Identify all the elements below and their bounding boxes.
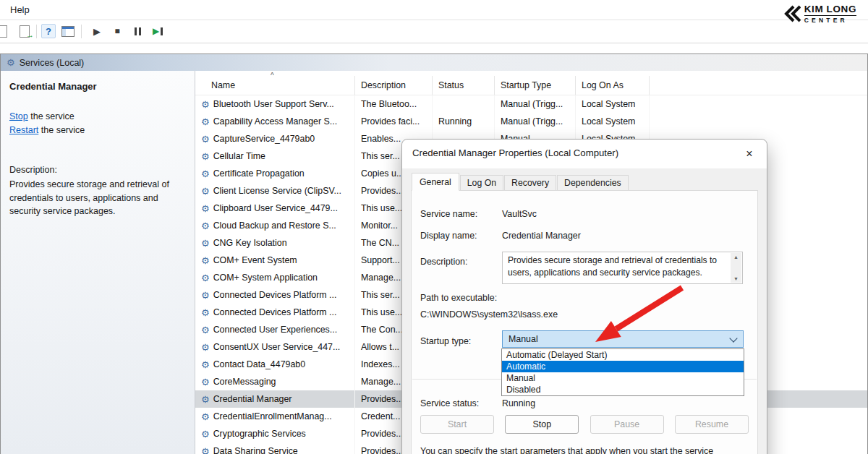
service-gear-icon	[201, 256, 210, 265]
service-gear-icon	[201, 117, 210, 127]
description-label: Description:	[9, 165, 57, 175]
dialog-tabs: General Log On Recovery Dependencies	[412, 173, 629, 190]
stop-service-suffix: the service	[30, 111, 74, 121]
startup-type-dropdown: Automatic (Delayed Start) Automatic Manu…	[501, 348, 744, 396]
close-icon[interactable]: ×	[741, 145, 758, 163]
menu-item-help[interactable]: Help	[10, 4, 30, 15]
display-name-label: Display name:	[420, 231, 477, 241]
stop-service-line: Stop the service	[9, 110, 85, 124]
service-gear-icon	[201, 204, 210, 213]
start-service-icon[interactable]: ▶	[90, 24, 104, 38]
console-header-title: Services (Local)	[20, 58, 85, 68]
chevron-down-icon	[729, 334, 737, 342]
dialog-title: Credential Manager Properties (Local Com…	[412, 147, 618, 158]
dropdown-option[interactable]: Manual	[502, 372, 744, 384]
service-gear-icon	[201, 325, 210, 335]
dialog-tab[interactable]: Dependencies	[557, 175, 629, 190]
stop-service-link[interactable]: Stop	[9, 111, 28, 121]
column-header-name[interactable]: Name	[195, 76, 355, 95]
description-text: Provides secure storage and retrieval of…	[9, 178, 190, 218]
stop-service-icon[interactable]: ■	[110, 24, 124, 38]
startup-type-label: Startup type:	[420, 336, 471, 346]
services-gear-icon	[7, 58, 15, 67]
description-field[interactable]: Provides secure storage and retrieval of…	[502, 252, 743, 284]
restart-service-link[interactable]: Restart	[9, 125, 38, 135]
service-control-button[interactable]: Resume	[675, 415, 749, 434]
logo-subtitle: CENTER	[804, 17, 856, 24]
service-gear-icon	[201, 447, 210, 454]
toolbar-separator	[81, 25, 82, 38]
restart-service-line: Restart the service	[9, 124, 85, 137]
startup-type-value: Manual	[509, 334, 538, 344]
service-name-value: VaultSvc	[502, 209, 537, 219]
menu-bar: Help	[0, 0, 868, 20]
scroll-down-icon[interactable]: ▼	[733, 276, 739, 281]
show-hide-pane-icon[interactable]	[61, 24, 75, 38]
service-gear-icon	[201, 360, 210, 369]
column-header-startup-type[interactable]: Startup Type	[495, 76, 576, 95]
path-value: C:\WINDOWS\system32\lsass.exe	[420, 309, 558, 320]
dialog-tab[interactable]: Log On	[460, 175, 503, 190]
dialog-titlebar: Credential Manager Properties (Local Com…	[402, 140, 767, 168]
restart-service-icon[interactable]: ▶	[150, 24, 165, 38]
display-name-value: Credential Manager	[502, 231, 581, 241]
service-control-buttons: Start Stop Pause Resume	[420, 415, 749, 434]
service-control-button[interactable]: Pause	[590, 415, 664, 434]
service-gear-icon	[201, 395, 210, 404]
extended-view-pane: Credential Manager Stop the service Rest…	[1, 71, 195, 454]
service-gear-icon	[201, 308, 210, 317]
table-row[interactable]: Capability Access Manager S... Provides …	[195, 113, 867, 130]
path-label: Path to executable:	[420, 293, 497, 303]
service-gear-icon	[201, 273, 210, 283]
console-header: Services (Local)	[1, 54, 867, 72]
selected-service-title: Credential Manager	[9, 81, 97, 92]
service-gear-icon	[201, 343, 210, 352]
column-header-status[interactable]: Status	[433, 76, 495, 95]
scroll-up-icon[interactable]: ▲	[733, 254, 739, 260]
service-control-button[interactable]: Start	[420, 415, 494, 434]
kim-long-logo: KIM LONG CENTER	[783, 4, 856, 24]
dialog-tab[interactable]: General	[412, 173, 459, 191]
startup-type-combobox[interactable]: Manual	[502, 330, 744, 348]
properties-dialog: Credential Manager Properties (Local Com…	[401, 139, 767, 454]
table-row[interactable]: Bluetooth User Support Serv... The Bluet…	[195, 95, 867, 113]
help-icon[interactable]: ?	[41, 24, 56, 38]
pause-service-icon[interactable]	[130, 24, 145, 38]
service-gear-icon	[201, 239, 210, 248]
dropdown-option[interactable]: Automatic	[502, 361, 744, 372]
dropdown-option[interactable]: Disabled	[502, 384, 744, 395]
service-gear-icon	[201, 169, 210, 179]
service-name-label: Service name:	[420, 209, 477, 219]
service-control-button[interactable]: Stop	[505, 415, 579, 434]
restart-service-suffix: the service	[41, 125, 85, 135]
dropdown-option[interactable]: Automatic (Delayed Start)	[502, 349, 744, 361]
service-gear-icon	[201, 291, 210, 300]
service-gear-icon	[201, 221, 210, 231]
service-gear-icon	[201, 377, 210, 387]
service-status-value: Running	[502, 398, 535, 408]
service-status-label: Service status:	[420, 398, 479, 408]
service-gear-icon	[201, 412, 210, 421]
dialog-tab[interactable]: Recovery	[504, 175, 556, 190]
dialog-footer-text: You can specify the start parameters tha…	[420, 446, 753, 454]
logo-chevron-icon	[783, 4, 801, 23]
service-gear-icon	[201, 134, 210, 144]
list-header: ^ Name Description Status Startup Type L…	[195, 71, 867, 95]
dialog-description-label: Description:	[420, 257, 467, 267]
column-header-description[interactable]: Description	[355, 76, 433, 95]
toolbar-separator	[36, 25, 37, 38]
services-window: { "icons": { "help_glyph": "?", "export_…	[0, 0, 868, 454]
service-gear-icon	[201, 187, 210, 196]
description-field-text: Provides secure storage and retrieval of…	[508, 254, 728, 278]
export-list-icon-partial[interactable]	[0, 24, 9, 38]
export-list-icon[interactable]: →	[17, 24, 32, 38]
toolbar: → ? ▶ ■ ▶	[0, 20, 868, 43]
service-gear-icon	[201, 152, 210, 161]
service-gear-icon	[201, 429, 210, 439]
sort-ascending-icon: ^	[271, 72, 274, 80]
description-scrollbar[interactable]: ▲ ▼	[731, 253, 741, 283]
logo-title: KIM LONG	[804, 4, 856, 16]
service-gear-icon	[201, 100, 210, 109]
column-header-logon-as[interactable]: Log On As	[576, 76, 650, 95]
